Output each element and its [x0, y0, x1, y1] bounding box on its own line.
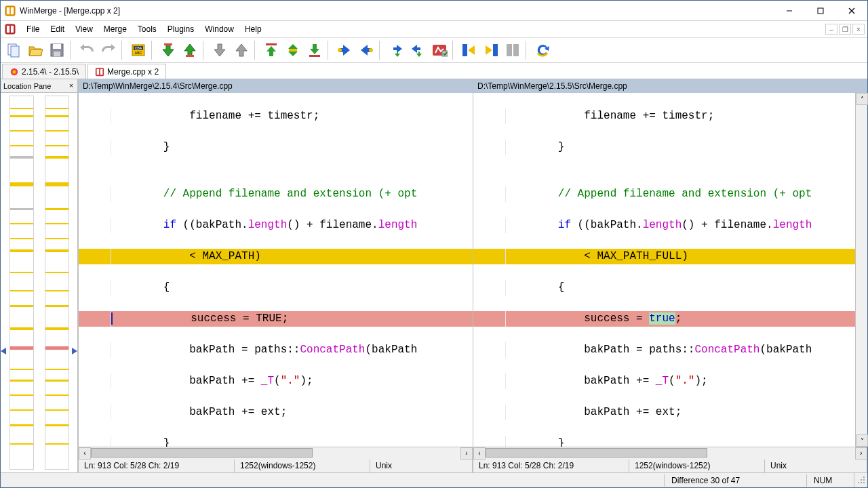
location-pane-close-button[interactable]: ×	[66, 81, 76, 90]
svg-point-39	[863, 479, 865, 481]
diff-area: D:\Temp\WinMerge\2.15.4\Src\Merge.cpp fi…	[78, 79, 867, 472]
first-diff-button[interactable]	[261, 40, 281, 60]
location-pane: Location Pane ×	[1, 79, 78, 472]
app-icon	[5, 5, 16, 16]
menu-edit[interactable]: Edit	[45, 22, 70, 36]
current-diff-button[interactable]	[283, 40, 303, 60]
svg-rect-35	[97, 68, 100, 75]
prev-conflict-button[interactable]	[231, 40, 252, 60]
save-button[interactable]	[47, 40, 67, 60]
right-code[interactable]: filename += timestr; } // Append filenam…	[473, 93, 855, 447]
right-pane: D:\Temp\WinMerge\2.15.5\Src\Merge.cpp fi…	[473, 79, 867, 472]
right-pane-header: D:\Temp\WinMerge\2.15.5\Src\Merge.cpp	[473, 79, 867, 93]
encoding-button[interactable]: CBAABC	[128, 40, 149, 60]
scroll-up-button[interactable]: ˄	[856, 93, 868, 105]
svg-point-24	[338, 48, 342, 52]
scroll-left-button[interactable]: ‹	[473, 447, 486, 460]
svg-rect-4	[818, 8, 823, 14]
copy-left-button[interactable]	[356, 40, 376, 60]
tab-merge-cpp[interactable]: Merge.cpp x 2	[87, 64, 166, 79]
svg-point-42	[863, 482, 865, 483]
tab-folders[interactable]: 2.15.4\ - 2.15.5\	[2, 64, 86, 79]
svg-point-37	[863, 476, 865, 478]
mdi-close-button[interactable]: ×	[852, 24, 865, 35]
svg-rect-1	[7, 7, 9, 14]
location-col-left[interactable]	[9, 96, 34, 470]
tab-label: Merge.cpp x 2	[107, 67, 159, 77]
left-pane-header: D:\Temp\WinMerge\2.15.4\Src\Merge.cpp	[79, 79, 473, 93]
right-vscroll[interactable]: ˄ ˅	[855, 93, 867, 447]
statusbar: Difference 30 of 47 NUM	[1, 472, 867, 487]
left-pane: D:\Temp\WinMerge\2.15.4\Src\Merge.cpp fi…	[78, 79, 473, 472]
minimize-button[interactable]	[774, 1, 805, 20]
left-hscroll[interactable]: ‹ ›	[79, 447, 473, 459]
open-button[interactable]	[25, 40, 45, 60]
all-left-button[interactable]	[481, 40, 501, 60]
scroll-right-button[interactable]: ›	[855, 447, 867, 460]
menu-file[interactable]: File	[21, 22, 45, 36]
svg-point-33	[12, 70, 16, 73]
hscroll-thumb[interactable]	[91, 448, 313, 458]
svg-rect-2	[11, 7, 14, 14]
scroll-right-button[interactable]: ›	[460, 447, 473, 460]
menu-tools[interactable]: Tools	[132, 22, 162, 36]
svg-rect-14	[54, 52, 60, 56]
folder-diff-icon	[9, 67, 19, 77]
svg-text:CBA: CBA	[135, 46, 142, 50]
svg-rect-29	[493, 44, 498, 56]
svg-rect-31	[513, 44, 519, 56]
svg-rect-8	[7, 26, 9, 33]
hscroll-thumb[interactable]	[486, 448, 707, 458]
left-status: Ln: 913 Col: 5/28 Ch: 2/19 1252(windows-…	[79, 459, 473, 472]
redo-button[interactable]	[98, 40, 119, 60]
scroll-left-button[interactable]: ‹	[79, 447, 91, 460]
location-pane-body[interactable]	[1, 93, 77, 472]
new-button[interactable]	[3, 40, 24, 60]
tabstrip: 2.15.4\ - 2.15.5\ Merge.cpp x 2	[1, 63, 867, 79]
menu-view[interactable]: View	[70, 22, 98, 36]
main-window: WinMerge - [Merge.cpp x 2] File Edit Vie…	[0, 0, 868, 488]
options-button[interactable]	[429, 40, 450, 60]
status-numlock: NUM	[806, 474, 854, 487]
close-button[interactable]	[836, 1, 867, 20]
mdi-restore-button[interactable]: ❐	[839, 24, 851, 35]
svg-rect-23	[309, 55, 320, 57]
svg-rect-9	[11, 26, 14, 33]
last-diff-button[interactable]	[304, 40, 325, 60]
copy-left-advance-button[interactable]	[408, 40, 428, 60]
svg-point-25	[369, 48, 373, 52]
svg-rect-19	[164, 43, 172, 45]
refresh-button[interactable]	[532, 40, 553, 60]
location-col-right[interactable]	[45, 96, 69, 470]
next-conflict-button[interactable]	[210, 40, 230, 60]
scroll-down-button[interactable]: ˅	[856, 434, 868, 447]
auto-merge-button[interactable]	[502, 40, 523, 60]
left-status-eol: Unix	[370, 460, 473, 472]
right-hscroll[interactable]: ‹ ›	[473, 447, 867, 459]
main-area: Location Pane ×	[1, 79, 867, 472]
loc-arrow-right-icon	[71, 348, 77, 354]
toolbar: CBAABC	[1, 37, 867, 63]
prev-diff-button[interactable]	[180, 40, 200, 60]
window-title: WinMerge - [Merge.cpp x 2]	[20, 6, 774, 16]
copy-right-button[interactable]	[334, 40, 355, 60]
next-diff-button[interactable]	[158, 40, 178, 60]
menu-merge[interactable]: Merge	[98, 22, 132, 36]
svg-rect-36	[100, 68, 103, 75]
menu-window[interactable]: Window	[199, 22, 239, 36]
undo-button[interactable]	[77, 40, 97, 60]
location-pane-title: Location Pane ×	[1, 79, 77, 93]
menu-help[interactable]: Help	[239, 22, 267, 36]
maximize-button[interactable]	[805, 1, 836, 20]
svg-rect-21	[266, 43, 277, 45]
copy-right-advance-button[interactable]	[386, 40, 406, 60]
right-status-eol: Unix	[765, 460, 867, 472]
resize-grip[interactable]	[854, 473, 867, 487]
svg-text:ABC: ABC	[135, 51, 142, 55]
svg-rect-28	[462, 44, 467, 56]
all-right-button[interactable]	[459, 40, 479, 60]
tab-label: 2.15.4\ - 2.15.5\	[22, 67, 79, 77]
menu-plugins[interactable]: Plugins	[162, 22, 199, 36]
mdi-minimize-button[interactable]: –	[825, 24, 837, 35]
left-code[interactable]: filename += timestr; } // Append filenam…	[79, 93, 473, 447]
